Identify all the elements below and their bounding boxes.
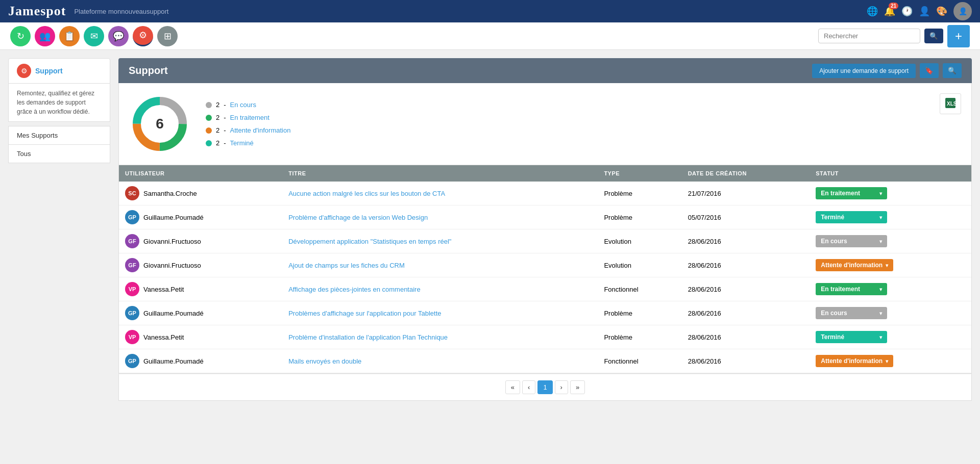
cell-date-4: 28/06/2016 — [682, 277, 810, 301]
legend-link-termine[interactable]: Terminé — [230, 139, 254, 147]
user-name-3: Giovanni.Fructuoso — [143, 262, 201, 269]
user-avatar-7: GP — [125, 354, 139, 368]
table-row: GF Giovanni.Fructuoso Ajout de champs su… — [119, 253, 971, 277]
table-row: GP Guillaume.Poumadé Problèmes d'afficha… — [119, 301, 971, 325]
search-input[interactable] — [818, 29, 920, 43]
cell-type-2: Evolution — [598, 229, 681, 253]
cell-status-3: Attente d'information ▾ — [810, 253, 971, 277]
nav-grid-icon[interactable]: ⊞ — [157, 26, 178, 46]
user-cell-1: GP Guillaume.Poumadé — [125, 210, 276, 224]
legend-count-termine: 2 — [216, 139, 219, 147]
user-name-5: Guillaume.Poumadé — [143, 310, 204, 317]
notification-icon[interactable]: 🔔 21 — [884, 6, 895, 17]
col-statut: STATUT — [810, 165, 971, 182]
nav-tasks-icon[interactable]: 📋 — [59, 26, 80, 46]
legend-count-attente: 2 — [216, 126, 219, 134]
chevron-down-icon: ▾ — [879, 215, 882, 220]
search-button[interactable]: 🔍 — [924, 29, 943, 43]
cell-title-0: Aucune action malgré les clics sur les b… — [282, 182, 598, 205]
cell-type-5: Problème — [598, 301, 681, 325]
sidebar-title: Support — [35, 67, 63, 75]
cell-user-3: GF Giovanni.Fructuoso — [119, 253, 282, 277]
nav-home-icon[interactable]: ↻ — [10, 26, 31, 46]
cell-title-1: Problème d'affichage de la version Web D… — [282, 205, 598, 229]
chart-legend: 2 - En cours 2 - En traitement 2 - Atten… — [206, 101, 290, 147]
pagination: « ‹ 1 › » — [118, 374, 972, 401]
avatar[interactable]: 👤 — [953, 2, 972, 20]
nav-mail-icon[interactable]: ✉ — [84, 26, 104, 46]
user-avatar-0: SC — [125, 186, 139, 200]
user-avatar-5: GP — [125, 306, 139, 320]
legend-dot-en-cours — [206, 102, 212, 108]
title-link-5[interactable]: Problèmes d'affichage sur l'application … — [288, 310, 441, 317]
pagination-next[interactable]: › — [555, 380, 568, 394]
bookmark-button[interactable]: 🔖 — [920, 63, 939, 78]
sidebar: ⚙ Support Remontez, qualifiez et gérez l… — [8, 58, 110, 456]
pagination-current[interactable]: 1 — [537, 380, 552, 394]
status-badge-4[interactable]: En traitement ▾ — [816, 283, 887, 295]
svg-text:XLS: XLS — [947, 101, 957, 107]
cell-user-0: SC Samantha.Croche — [119, 182, 282, 205]
nav-support-icon[interactable]: ⚙ — [133, 26, 153, 46]
clock-icon[interactable]: 🕐 — [901, 6, 913, 17]
title-link-3[interactable]: Ajout de champs sur les fiches du CRM — [288, 262, 405, 269]
cell-user-7: GP Guillaume.Poumadé — [119, 349, 282, 373]
table-header-row: UTILISATEUR TITRE TYPE DATE DE CRÉATION … — [119, 165, 971, 182]
table-row: VP Vanessa.Petit Affichage des pièces-jo… — [119, 277, 971, 301]
cell-type-1: Problème — [598, 205, 681, 229]
table-section: UTILISATEUR TITRE TYPE DATE DE CRÉATION … — [118, 165, 972, 374]
cell-date-0: 21/07/2016 — [682, 182, 810, 205]
status-badge-0[interactable]: En traitement ▾ — [816, 187, 887, 199]
status-badge-1[interactable]: Terminé ▾ — [816, 211, 887, 223]
status-badge-3[interactable]: Attente d'information ▾ — [816, 259, 893, 271]
globe-icon[interactable]: 🌐 — [867, 6, 878, 17]
cell-status-2: En cours ▾ — [810, 229, 971, 253]
add-support-button[interactable]: Ajouter une demande de support — [812, 64, 916, 78]
title-link-0[interactable]: Aucune action malgré les clics sur les b… — [288, 190, 445, 197]
user-icon[interactable]: 👤 — [919, 6, 930, 17]
legend-count-en-cours: 2 — [216, 101, 219, 109]
legend-link-attente[interactable]: Attente d'information — [230, 126, 291, 134]
title-link-7[interactable]: Mails envoyés en double — [288, 357, 361, 365]
sidebar-item-mes-supports[interactable]: Mes Supports — [8, 126, 110, 144]
pagination-first[interactable]: « — [505, 380, 520, 394]
export-excel-button[interactable]: XLS — [940, 93, 961, 114]
user-avatar-1: GP — [125, 210, 139, 224]
add-main-button[interactable]: + — [947, 25, 970, 47]
title-link-2[interactable]: Développement application "Statistiques … — [288, 238, 451, 245]
table-row: SC Samantha.Croche Aucune action malgré … — [119, 182, 971, 205]
cell-user-1: GP Guillaume.Poumadé — [119, 205, 282, 229]
top-nav-right: 🌐 🔔 21 🕐 👤 🎨 👤 — [867, 2, 972, 20]
legend-link-en-traitement[interactable]: En traitement — [230, 114, 270, 121]
search-content-button[interactable]: 🔍 — [943, 63, 962, 78]
sidebar-description: Remontez, qualifiez et gérez les demande… — [8, 84, 110, 122]
cell-type-4: Fonctionnel — [598, 277, 681, 301]
cell-status-1: Terminé ▾ — [810, 205, 971, 229]
title-link-6[interactable]: Problème d'installation de l'application… — [288, 333, 448, 341]
title-link-1[interactable]: Problème d'affichage de la version Web D… — [288, 214, 428, 221]
legend-attente: 2 - Attente d'information — [206, 126, 290, 134]
status-badge-7[interactable]: Attente d'information ▾ — [816, 355, 893, 367]
legend-dot-termine — [206, 140, 212, 146]
user-cell-2: GF Giovanni.Fructuoso — [125, 234, 276, 248]
top-navigation: Jamespot Plateforme monnouveausupport 🌐 … — [0, 0, 980, 22]
status-badge-5[interactable]: En cours ▾ — [816, 307, 887, 319]
platform-name: Plateforme monnouveausupport — [74, 8, 168, 15]
user-avatar-6: VP — [125, 330, 139, 344]
sidebar-item-tous[interactable]: Tous — [8, 144, 110, 163]
title-link-4[interactable]: Affichage des pièces-jointes en commenta… — [288, 286, 420, 293]
col-titre: TITRE — [282, 165, 598, 182]
user-name-2: Giovanni.Fructuoso — [143, 238, 201, 245]
pagination-prev[interactable]: ‹ — [522, 380, 535, 394]
user-name-6: Vanessa.Petit — [143, 333, 184, 341]
content-header-actions: Ajouter une demande de support 🔖 🔍 — [812, 63, 962, 78]
status-badge-2[interactable]: En cours ▾ — [816, 235, 887, 247]
pagination-last[interactable]: » — [570, 380, 585, 394]
cell-type-6: Problème — [598, 325, 681, 349]
col-date: DATE DE CRÉATION — [682, 165, 810, 182]
palette-icon[interactable]: 🎨 — [936, 6, 947, 17]
legend-link-en-cours[interactable]: En cours — [230, 101, 256, 109]
status-badge-6[interactable]: Terminé ▾ — [816, 331, 887, 343]
nav-chat-icon[interactable]: 💬 — [108, 26, 129, 46]
nav-contacts-icon[interactable]: 👥 — [35, 26, 55, 46]
